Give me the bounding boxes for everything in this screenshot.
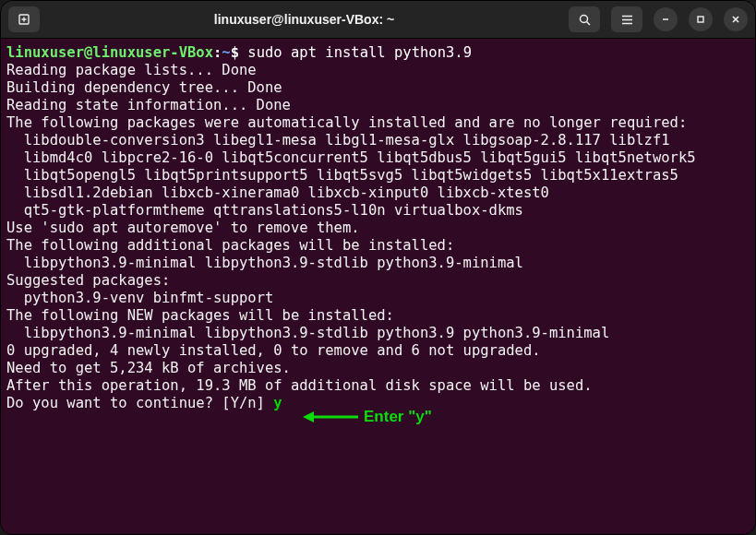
output-line: libdouble-conversion3 libegl1-mesa libgl… — [6, 132, 670, 149]
output-line: libsdl1.2debian libxcb-xinerama0 libxcb-… — [6, 184, 549, 201]
maximize-button[interactable] — [689, 7, 713, 31]
titlebar-right — [569, 6, 748, 32]
maximize-icon — [695, 14, 706, 25]
window-title: linuxuser@linuxuser-VBox: ~ — [47, 12, 561, 27]
arrow-icon — [303, 410, 358, 424]
minimize-button[interactable] — [654, 7, 678, 31]
titlebar-left — [8, 6, 40, 32]
annotation: Enter "y" — [303, 408, 432, 425]
new-tab-icon — [18, 13, 30, 26]
svg-rect-9 — [698, 17, 703, 22]
svg-point-3 — [580, 15, 587, 22]
minimize-icon — [660, 14, 671, 25]
output-line: Building dependency tree... Done — [6, 79, 282, 96]
output-line: Need to get 5,234 kB of archives. — [6, 360, 291, 376]
output-line: qt5-gtk-platformtheme qttranslations5-l1… — [6, 202, 523, 219]
output-line: libqt5opengl5 libqt5printsupport5 libqt5… — [6, 167, 678, 184]
new-tab-button[interactable] — [8, 6, 40, 32]
svg-marker-13 — [303, 411, 314, 422]
output-line: libpython3.9-minimal libpython3.9-stdlib… — [6, 325, 609, 341]
output-prompt-continue: Do you want to continue? [Y/n] — [6, 395, 273, 411]
output-line: Use 'sudo apt autoremove' to remove them… — [6, 220, 360, 236]
output-line: Reading package lists... Done — [6, 62, 257, 78]
output-line: Suggested packages: — [6, 272, 170, 289]
hamburger-icon — [620, 14, 634, 26]
svg-line-4 — [586, 21, 590, 25]
search-button[interactable] — [569, 6, 600, 32]
search-icon — [578, 13, 592, 27]
user-input-y: y — [273, 395, 282, 411]
output-line: libmd4c0 libpcre2-16-0 libqt5concurrent5… — [6, 149, 696, 166]
prompt-sep2: $ — [231, 44, 239, 61]
terminal-body[interactable]: linuxuser@linuxuser-VBox:~$ sudo apt ins… — [1, 38, 755, 534]
output-line: The following packages were automaticall… — [6, 114, 687, 131]
close-icon — [730, 14, 741, 25]
close-button[interactable] — [724, 7, 748, 31]
prompt-sep1: : — [213, 44, 222, 61]
output-line: The following additional packages will b… — [6, 237, 454, 254]
output-line: python3.9-venv binfmt-support — [6, 290, 273, 306]
output-line: After this operation, 19.3 MB of additio… — [6, 377, 593, 394]
output-line: 0 upgraded, 4 newly installed, 0 to remo… — [6, 342, 541, 359]
titlebar: linuxuser@linuxuser-VBox: ~ — [1, 1, 755, 38]
output-line: The following NEW packages will be insta… — [6, 307, 394, 324]
output-line: Reading state information... Done — [6, 97, 291, 113]
menu-button[interactable] — [611, 6, 642, 32]
typed-command: sudo apt install python3.9 — [239, 44, 472, 61]
output-line: libpython3.9-minimal libpython3.9-stdlib… — [6, 255, 523, 271]
prompt-path: ~ — [222, 44, 230, 61]
terminal-window: linuxuser@linuxuser-VBox: ~ — [0, 0, 756, 535]
prompt-userhost: linuxuser@linuxuser-VBox — [6, 44, 213, 61]
annotation-text: Enter "y" — [364, 408, 432, 425]
